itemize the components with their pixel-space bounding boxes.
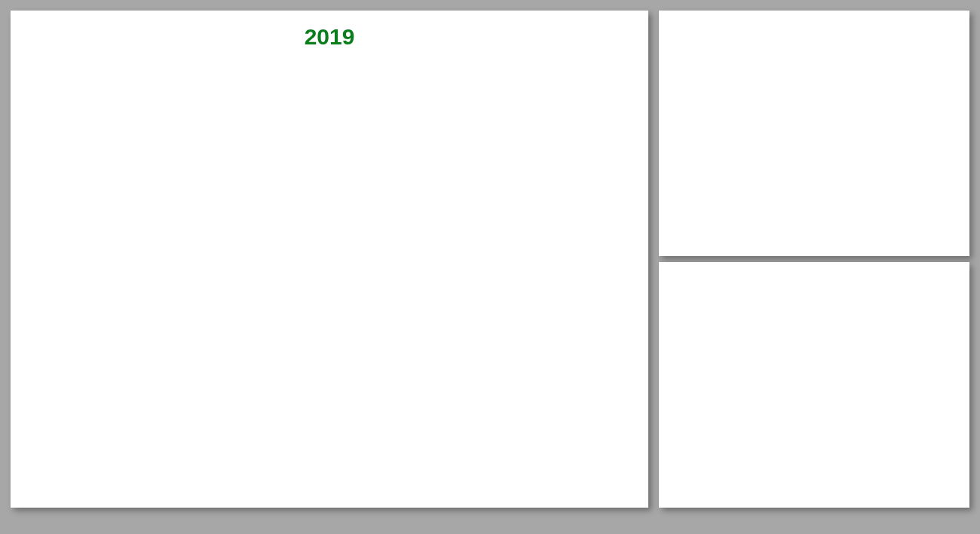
calendar-card-2021	[659, 262, 969, 508]
calendar-card-2020	[659, 11, 969, 256]
year-title: 2019	[26, 24, 633, 50]
calendar-card-2019: 2019	[11, 11, 648, 508]
